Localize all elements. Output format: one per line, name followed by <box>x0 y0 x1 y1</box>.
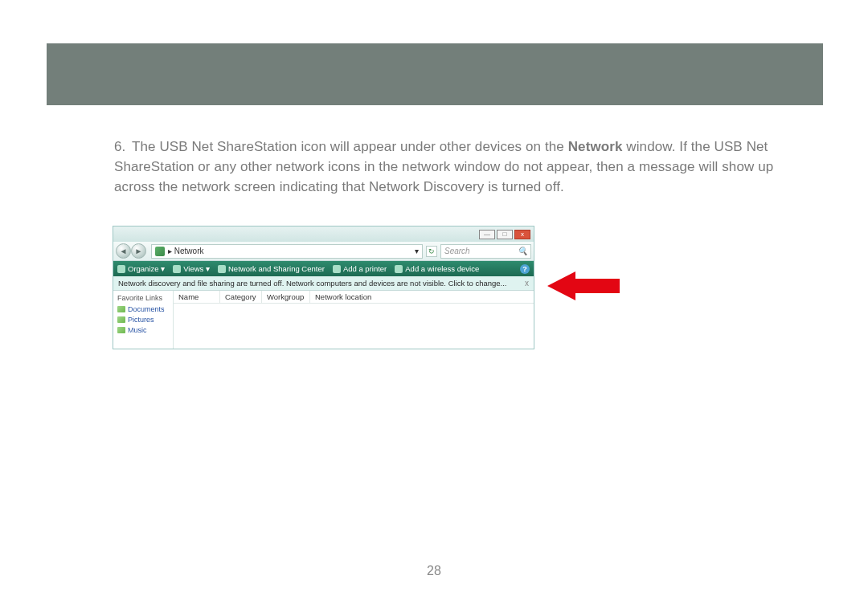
address-bar[interactable]: ▸ Network ▾ <box>151 244 423 259</box>
content-area: Favorite Links Documents Pictures Music … <box>113 291 534 349</box>
search-placeholder: Search <box>444 247 470 255</box>
sharing-center-icon <box>218 265 226 273</box>
wireless-icon <box>395 265 403 273</box>
search-icon: 🔍 <box>518 247 527 255</box>
network-icon <box>155 247 165 256</box>
column-name[interactable]: Name <box>174 291 220 303</box>
sidebar-label-pictures: Pictures <box>128 316 154 324</box>
sharing-center-label: Network and Sharing Center <box>228 264 325 273</box>
sidebar-label-music: Music <box>128 326 147 334</box>
sharing-center-button[interactable]: Network and Sharing Center <box>218 264 325 273</box>
instruction-text-1: The USB Net ShareStation icon will appea… <box>132 139 568 154</box>
sidebar-item-documents[interactable]: Documents <box>117 305 169 313</box>
close-button[interactable]: x <box>514 230 530 239</box>
maximize-button[interactable]: □ <box>497 230 513 239</box>
organize-label: Organize ▾ <box>128 264 165 273</box>
organize-button[interactable]: Organize ▾ <box>117 264 165 273</box>
help-button[interactable]: ? <box>520 264 530 274</box>
column-workgroup[interactable]: Workgroup <box>262 291 310 303</box>
callout-arrow-icon <box>547 270 620 302</box>
breadcrumb-dropdown[interactable]: ▾ <box>415 247 419 255</box>
svg-marker-0 <box>547 271 620 300</box>
favorites-sidebar: Favorite Links Documents Pictures Music <box>113 291 174 349</box>
folder-icon <box>117 316 125 323</box>
column-category[interactable]: Category <box>220 291 262 303</box>
minimize-button[interactable]: — <box>479 230 495 239</box>
vista-network-window: — □ x ◄ ► ▸ Network ▾ ↻ Search 🔍 Organiz… <box>113 226 534 349</box>
add-wireless-button[interactable]: Add a wireless device <box>395 264 479 273</box>
folder-icon <box>117 306 125 312</box>
list-number: 6. <box>114 137 132 157</box>
document-header-bar <box>47 43 823 105</box>
favorites-header: Favorite Links <box>117 294 169 302</box>
views-button[interactable]: Views ▾ <box>173 264 210 273</box>
views-icon <box>173 265 181 273</box>
breadcrumb-label: Network <box>174 247 204 255</box>
command-toolbar: Organize ▾ Views ▾ Network and Sharing C… <box>113 261 534 276</box>
main-list-pane: Name Category Workgroup Network location <box>174 291 534 349</box>
sidebar-item-pictures[interactable]: Pictures <box>117 316 169 324</box>
forward-button[interactable]: ► <box>131 243 146 259</box>
instruction-bold: Network <box>568 139 623 154</box>
column-headers: Name Category Workgroup Network location <box>174 291 534 304</box>
organize-icon <box>117 265 125 273</box>
add-printer-label: Add a printer <box>343 264 387 273</box>
sidebar-item-music[interactable]: Music <box>117 326 169 334</box>
folder-icon <box>117 327 125 333</box>
search-input[interactable]: Search 🔍 <box>440 244 531 259</box>
add-wireless-label: Add a wireless device <box>405 264 479 273</box>
views-label: Views ▾ <box>183 264 210 273</box>
refresh-button[interactable]: ↻ <box>426 246 437 257</box>
add-printer-button[interactable]: Add a printer <box>333 264 387 273</box>
breadcrumb-arrow: ▸ <box>168 247 172 255</box>
back-button[interactable]: ◄ <box>116 243 131 259</box>
sidebar-label-documents: Documents <box>128 305 165 313</box>
page-number: 28 <box>427 564 441 578</box>
window-titlebar: — □ x <box>113 226 534 242</box>
printer-icon <box>333 265 341 273</box>
notification-text: Network discovery and file sharing are t… <box>118 279 507 288</box>
column-location[interactable]: Network location <box>310 291 534 303</box>
instruction-paragraph: 6.The USB Net ShareStation icon will app… <box>114 137 788 197</box>
nav-buttons: ◄ ► <box>116 243 146 259</box>
navigation-row: ◄ ► ▸ Network ▾ ↻ Search 🔍 <box>113 242 534 261</box>
notification-close-button[interactable]: x <box>525 279 529 288</box>
notification-bar[interactable]: Network discovery and file sharing are t… <box>113 276 534 291</box>
